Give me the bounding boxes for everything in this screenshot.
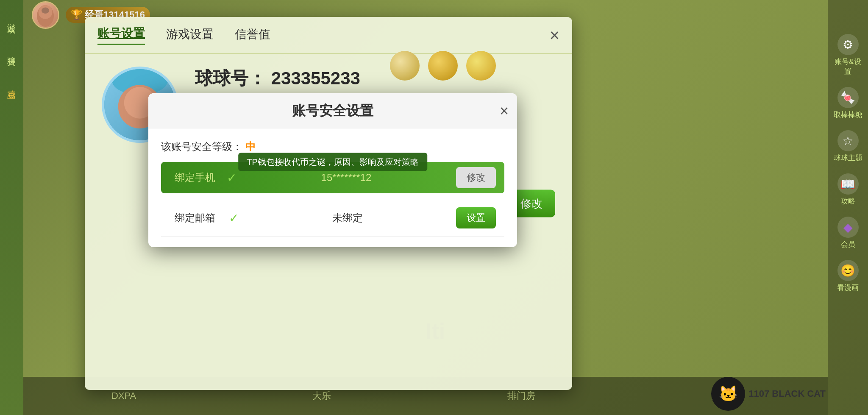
orb-2 bbox=[428, 51, 458, 81]
bottom-tab-0[interactable]: DXPA bbox=[111, 390, 136, 401]
black-cat-icon: 🐱 bbox=[711, 377, 745, 411]
orbital-balls bbox=[390, 51, 496, 81]
guide-icon: 📖 bbox=[837, 173, 859, 195]
sidebar-guide-label: 攻略 bbox=[841, 196, 855, 206]
tab-reputation[interactable]: 信誉值 bbox=[235, 26, 270, 45]
bind-phone-label: 绑定手机 bbox=[170, 171, 220, 184]
security-dialog-body: 该账号安全等级： 中 绑定手机 ✓ TP钱包接收代币之谜，原因、影响及应对策略 … bbox=[148, 129, 517, 247]
manga-icon: 😊 bbox=[837, 260, 859, 281]
sidebar-candy-label: 取棒棒糖 bbox=[834, 110, 862, 120]
sidebar-item-chat[interactable]: 聊天 bbox=[6, 50, 17, 53]
bind-email-value: 未绑定 bbox=[247, 211, 448, 225]
star-icon: ☆ bbox=[837, 130, 859, 151]
bind-phone-modify-button[interactable]: 修改 bbox=[456, 167, 496, 188]
security-dialog-level-label: 该账号安全等级： bbox=[161, 141, 242, 152]
sidebar-item-vip[interactable]: ◆ 会员 bbox=[832, 217, 864, 249]
ball-number-label: 球球号： bbox=[195, 68, 266, 88]
security-close-icon[interactable]: × bbox=[500, 102, 509, 120]
watermark-text: 1107 BLACK CAT bbox=[748, 388, 826, 399]
orb-3 bbox=[466, 51, 496, 81]
bind-phone-value: 15*******12 bbox=[243, 172, 450, 184]
bottom-tab-1[interactable]: 大乐 bbox=[312, 390, 331, 402]
sidebar-item-candy[interactable]: 糖豆 bbox=[6, 83, 17, 86]
sidebar-account-label: 账号&设置 bbox=[832, 57, 864, 76]
security-dialog-level-value: 中 bbox=[245, 141, 256, 152]
sidebar-vip-label: 会员 bbox=[841, 240, 855, 249]
security-dialog-header: 账号安全设置 × bbox=[148, 93, 517, 129]
bind-email-label: 绑定邮箱 bbox=[170, 211, 220, 225]
bind-email-button[interactable]: 设置 bbox=[456, 207, 496, 228]
svg-point-2 bbox=[42, 7, 49, 14]
gear-icon: ⚙ bbox=[837, 34, 859, 55]
sidebar-item-candy2[interactable]: 🍬 取棒棒糖 bbox=[832, 87, 864, 120]
orb-1 bbox=[390, 51, 420, 81]
black-cat-logo: 🐱 1107 BLACK CAT bbox=[711, 377, 826, 411]
bind-email-check-icon: ✓ bbox=[229, 211, 239, 225]
avatar[interactable] bbox=[32, 1, 59, 29]
sidebar-item-game[interactable]: 游戏 bbox=[6, 17, 17, 20]
tab-account[interactable]: 账号设置 bbox=[97, 25, 145, 45]
security-dialog: 账号安全设置 × 该账号安全等级： 中 绑定手机 ✓ TP钱包接收代币之谜，原因… bbox=[148, 93, 517, 247]
security-dialog-title: 账号安全设置 bbox=[292, 102, 373, 120]
tab-game[interactable]: 游戏设置 bbox=[166, 26, 214, 45]
green-banner: 绑定手机 ✓ TP钱包接收代币之谜，原因、影响及应对策略 15*******12… bbox=[161, 162, 504, 193]
left-sidebar: 游戏 聊天 糖豆 bbox=[0, 0, 23, 415]
vip-icon: ◆ bbox=[837, 217, 859, 238]
sidebar-item-theme[interactable]: ☆ 球球主题 bbox=[832, 130, 864, 163]
settings-header: 账号设置 游戏设置 信誉值 × bbox=[85, 17, 572, 54]
sidebar-manga-label: 看漫画 bbox=[837, 283, 859, 292]
bind-phone-check-icon: ✓ bbox=[227, 171, 236, 185]
sidebar-theme-label: 球球主题 bbox=[834, 153, 862, 163]
security-dialog-level: 该账号安全等级： 中 bbox=[161, 140, 504, 153]
right-sidebar: ⚙ 账号&设置 🍬 取棒棒糖 ☆ 球球主题 📖 攻略 ◆ 会员 😊 看漫画 bbox=[828, 0, 868, 415]
bind-email-row: 绑定邮箱 ✓ 未绑定 设置 bbox=[161, 200, 504, 237]
close-icon[interactable]: × bbox=[550, 27, 559, 44]
sidebar-item-account[interactable]: ⚙ 账号&设置 bbox=[832, 34, 864, 76]
tooltip-text: TP钱包接收代币之谜，原因、影响及应对策略 bbox=[238, 153, 427, 171]
ball-number: 球球号： 233355233 bbox=[195, 67, 555, 90]
bottom-tab-2[interactable]: 排门房 bbox=[507, 390, 535, 402]
sidebar-item-manga[interactable]: 😊 看漫画 bbox=[832, 260, 864, 292]
candy-icon: 🍬 bbox=[837, 87, 859, 108]
sidebar-item-guide[interactable]: 📖 攻略 bbox=[832, 173, 864, 206]
ball-number-value: 233355233 bbox=[271, 68, 360, 88]
